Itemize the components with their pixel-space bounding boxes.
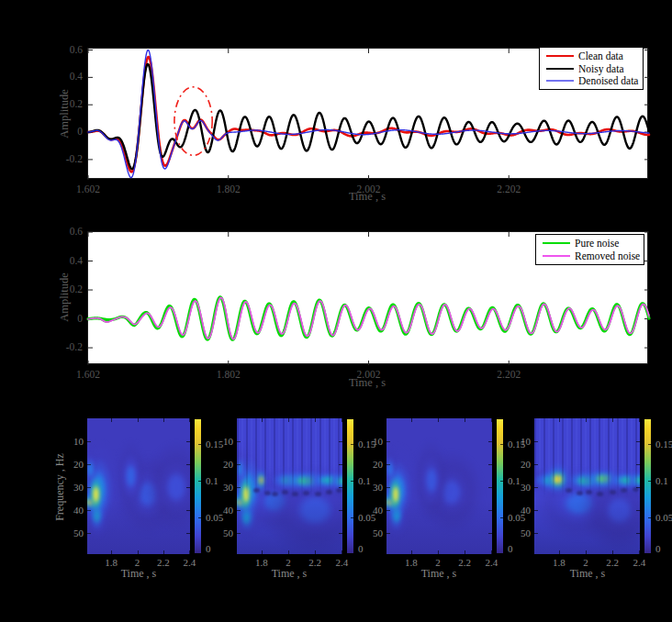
spec-y-tick xyxy=(386,510,390,511)
heat-blob xyxy=(563,452,640,554)
spec-y-tick xyxy=(636,487,640,488)
noise-speckle xyxy=(272,492,278,496)
highlight-ellipse-annotation xyxy=(174,87,212,156)
heat-blob xyxy=(422,455,480,529)
spec-y-tick-label: 40 xyxy=(357,505,383,516)
spec-y-tick xyxy=(534,510,538,511)
heat-blob xyxy=(237,456,331,546)
spec-y-tick xyxy=(488,464,492,465)
heat-blob xyxy=(386,426,428,554)
spectrogram-image xyxy=(87,418,190,554)
spec-x-tick xyxy=(411,418,412,422)
heat-blob xyxy=(87,444,118,535)
heat-blob xyxy=(276,474,300,486)
heat-blob xyxy=(386,437,400,501)
heat-blob xyxy=(405,423,457,539)
colorbar-tick xyxy=(500,554,503,555)
legend-label: Denoised data xyxy=(578,75,638,86)
colorbar-tick-label: 0 xyxy=(508,543,513,554)
spectrogram-denoised: 1.822.22.4102030405000.050.10.15 xyxy=(386,418,492,554)
colorbar-tick-label: 0 xyxy=(655,543,661,554)
spec-x-tick xyxy=(288,418,289,422)
spec-y-tick xyxy=(386,533,390,534)
spec-y-tick xyxy=(87,510,91,511)
legend-entry: Clean data xyxy=(540,50,643,62)
heat-blob xyxy=(323,465,342,498)
spec-y-tick-label: 10 xyxy=(505,436,531,447)
spec-x-tick xyxy=(342,550,342,554)
heat-blob xyxy=(386,497,398,507)
heat-blob xyxy=(572,474,599,487)
spec-y-tick-label: 50 xyxy=(58,528,84,539)
spec-y-tick xyxy=(636,464,640,465)
spec-x-tick-label: 2.4 xyxy=(328,557,355,568)
colorbar xyxy=(346,418,354,554)
spec-x-tick xyxy=(491,550,492,554)
colorbar xyxy=(496,418,504,554)
heat-blob xyxy=(386,494,406,536)
heat-blob xyxy=(534,464,555,496)
colorbar-tick xyxy=(351,517,353,518)
heat-blob xyxy=(435,472,467,513)
heat-blob xyxy=(386,449,417,531)
spec-y-tick-label: 30 xyxy=(357,482,383,493)
spec-x-tick xyxy=(438,418,439,422)
legend-label: Clean data xyxy=(578,50,623,61)
spec-x-tick xyxy=(465,550,465,554)
heat-blob xyxy=(599,490,640,531)
ax2-y-axis-label: Amplitude xyxy=(58,272,72,321)
spec-y-tick-label: 20 xyxy=(505,459,531,470)
heat-blob xyxy=(237,496,258,538)
spectrogram-image xyxy=(534,418,640,554)
spec-x-tick xyxy=(111,418,112,422)
heat-blob xyxy=(237,437,252,501)
noise-speckle xyxy=(315,492,321,496)
heat-blob xyxy=(237,456,260,533)
heat-blob xyxy=(604,470,640,491)
heat-blob xyxy=(237,458,244,481)
heat-blob xyxy=(592,463,640,496)
heat-blob xyxy=(591,472,615,485)
spec3-x-axis-label: Time , s xyxy=(421,567,457,581)
bottom-shade xyxy=(534,418,640,554)
spec-y-tick xyxy=(237,510,241,511)
spec-y-tick xyxy=(534,441,538,442)
x-tick-label: 1.802 xyxy=(210,183,247,194)
spec-y-tick xyxy=(636,510,640,511)
heat-blob xyxy=(548,462,623,498)
heat-blob xyxy=(237,444,267,535)
legend-entry: Denoised data xyxy=(540,75,643,88)
heat-blob xyxy=(422,460,441,501)
legend-entry: Removed noise xyxy=(536,250,644,262)
heat-blob xyxy=(277,469,335,492)
legend-line-swatch xyxy=(543,255,570,257)
legend-box: Pure noiseRemoved noise xyxy=(535,234,644,265)
heat-blob xyxy=(237,488,262,516)
spec-x-tick xyxy=(559,550,560,554)
spec-y-tick-label: 10 xyxy=(58,436,84,447)
spec-x-tick-label: 2.4 xyxy=(625,557,653,568)
noise-speckle xyxy=(282,490,288,494)
heat-blob xyxy=(391,481,400,508)
spec-x-tick xyxy=(138,550,139,554)
heat-blob xyxy=(87,437,101,501)
spec-y-tick xyxy=(339,510,342,511)
spectrogram-clean: 1.822.22.4102030405000.050.10.15 xyxy=(87,418,190,554)
spec-y-tick xyxy=(339,464,342,465)
heat-blob xyxy=(87,494,106,536)
heat-blob xyxy=(315,474,342,486)
heat-blob xyxy=(241,481,251,508)
spec-x-tick xyxy=(639,550,640,554)
x-tick-label: 2.202 xyxy=(490,369,527,380)
heat-blob xyxy=(386,488,411,516)
figure-canvas: 1.6021.8022.0022.2020.60.40.20-0.2Clean … xyxy=(0,0,672,622)
spec-x-tick xyxy=(138,418,139,422)
spec-y-tick-label: 20 xyxy=(207,459,233,470)
spec-x-tick xyxy=(189,418,190,422)
heat-blob xyxy=(87,449,97,490)
colorbar-tick xyxy=(648,481,651,482)
heat-blob xyxy=(614,474,638,486)
spec-y-tick xyxy=(87,487,91,488)
spec-y-tick xyxy=(186,510,190,511)
denoising-comparison-chart: 1.6021.8022.0022.2020.60.40.20-0.2Clean … xyxy=(87,48,648,179)
